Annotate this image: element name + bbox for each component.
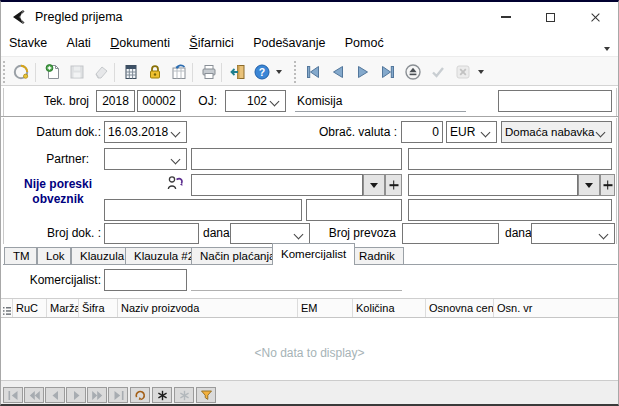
- confirm-button[interactable]: [426, 60, 449, 84]
- lookup1-dropdown-button[interactable]: [363, 174, 385, 196]
- broj-prevoza-field[interactable]: [402, 223, 499, 244]
- exit-button[interactable]: [226, 60, 249, 84]
- komercijalist-select[interactable]: [104, 269, 187, 291]
- toolbar-overflow-icon[interactable]: [276, 70, 282, 74]
- print-button[interactable]: [197, 60, 220, 84]
- partner-select[interactable]: [104, 148, 187, 170]
- erase-button[interactable]: [89, 60, 112, 84]
- menu-dokumenti[interactable]: Dokumenti: [102, 32, 178, 54]
- broj-dok-field[interactable]: [104, 223, 199, 244]
- cancel-button[interactable]: [451, 60, 474, 84]
- address2-field[interactable]: [306, 199, 402, 221]
- close-button[interactable]: [573, 2, 618, 32]
- recalculate-button[interactable]: [167, 60, 190, 84]
- address3-field[interactable]: [408, 199, 612, 221]
- grid-column-osnovna-cena[interactable]: Osnovna cena: [426, 299, 494, 317]
- tab-nacin-placanja[interactable]: Način plaćanja: [191, 247, 284, 265]
- refresh-button[interactable]: [9, 60, 32, 84]
- exit-icon: [229, 63, 247, 81]
- grid-column-em[interactable]: EM: [298, 299, 353, 317]
- nabavka-type-select[interactable]: Domaća nabavka: [501, 121, 612, 143]
- first-record-button[interactable]: [301, 60, 324, 84]
- lookup1-add-button[interactable]: [385, 174, 402, 196]
- menu-overflow-icon[interactable]: [604, 47, 610, 51]
- nav-filter-button[interactable]: [196, 387, 216, 403]
- nav-filter-icon: [200, 390, 213, 401]
- next-record-icon: [354, 63, 372, 81]
- menu-pomoc[interactable]: Pomoć: [337, 32, 392, 54]
- nav-refresh-button[interactable]: [130, 387, 150, 403]
- menu-alati[interactable]: Alati: [59, 32, 99, 54]
- dropdown-triangle-icon: [585, 183, 593, 188]
- toolbar-overflow-icon[interactable]: [478, 70, 484, 74]
- maximize-button[interactable]: [528, 2, 573, 32]
- calculator-button[interactable]: [119, 60, 142, 84]
- help-button[interactable]: ?: [250, 60, 273, 84]
- new-document-icon: [44, 63, 62, 81]
- grid-column-osn-vr[interactable]: Osn. vr: [494, 299, 619, 317]
- grid-body[interactable]: <No data to display>: [1, 318, 618, 380]
- lookup2-add-button[interactable]: [600, 174, 615, 196]
- nav-refresh-icon: [134, 390, 147, 401]
- valuta-amount-field[interactable]: 0: [401, 121, 443, 143]
- nav-prior-page-button[interactable]: [24, 387, 44, 403]
- partner-person-icon[interactable]: [166, 175, 185, 191]
- nav-prior-button[interactable]: [45, 387, 65, 403]
- toolbar-grip[interactable]: [3, 61, 8, 83]
- grid-column-ruc[interactable]: RuC: [13, 299, 47, 317]
- last-record-button[interactable]: [376, 60, 399, 84]
- menu-sifarnici[interactable]: Šifarnici: [181, 32, 241, 54]
- toolbar-separator: [114, 63, 115, 82]
- nav-first-button[interactable]: [3, 387, 23, 403]
- tab-tm[interactable]: TM: [4, 247, 37, 265]
- plus-icon: [601, 175, 614, 195]
- tab-lok[interactable]: Lok: [37, 247, 71, 265]
- komisija-field: Komisija: [295, 90, 466, 112]
- previous-record-button[interactable]: [326, 60, 349, 84]
- nav-next-button[interactable]: [66, 387, 86, 403]
- valuta-code-select[interactable]: EUR: [446, 121, 497, 143]
- nav-last-button[interactable]: [108, 387, 128, 403]
- grid-column-sifra[interactable]: Šifra: [79, 299, 118, 317]
- lookup2-dropdown-button[interactable]: [578, 174, 600, 196]
- next-record-button[interactable]: [351, 60, 374, 84]
- calculator-icon: [122, 63, 140, 81]
- minimize-button[interactable]: [483, 2, 528, 32]
- lookup2-field[interactable]: [408, 174, 578, 196]
- grid-column-naziv[interactable]: Naziv proizvoda: [118, 299, 298, 317]
- tab-radnik[interactable]: Radnik: [350, 247, 404, 265]
- nav-prior-page-icon: [28, 390, 41, 401]
- lock-button[interactable]: [143, 60, 166, 84]
- eject-button[interactable]: [401, 60, 424, 84]
- nav-next-page-button[interactable]: [87, 387, 107, 403]
- chevron-down-icon: [599, 230, 609, 240]
- menu-stavke[interactable]: Stavke: [1, 32, 55, 54]
- partner-name2-field[interactable]: [408, 148, 612, 170]
- app-icon: [11, 9, 27, 25]
- chevron-down-icon: [294, 230, 304, 240]
- grid-column-kolicina[interactable]: Količina: [353, 299, 426, 317]
- dana-select[interactable]: [230, 223, 310, 244]
- address1-field[interactable]: [104, 199, 302, 221]
- new-document-button[interactable]: [41, 60, 64, 84]
- oj-select[interactable]: 102: [225, 90, 286, 112]
- datum-dok-select[interactable]: 16.03.2018: [104, 121, 187, 143]
- nav-edit-button[interactable]: [174, 387, 194, 403]
- dana2-select[interactable]: [531, 223, 615, 244]
- poreski-note: Nije poreski obveznik: [13, 177, 103, 207]
- lookup1-field[interactable]: [191, 174, 363, 196]
- year-field[interactable]: 2018: [96, 90, 135, 112]
- partner-name-field[interactable]: [191, 148, 402, 170]
- nav-insert-button[interactable]: [152, 387, 172, 403]
- toolbar-grip[interactable]: [294, 61, 299, 83]
- obracun-valuta-label: Obrač. valuta :: [297, 121, 397, 143]
- menu-podesavanje[interactable]: Podešavanje: [245, 32, 333, 54]
- tab-komercijalist[interactable]: Komercijalist: [272, 243, 355, 265]
- nav-insert-icon: [156, 390, 169, 401]
- number-field[interactable]: 00002: [137, 90, 181, 112]
- grid-column-marza[interactable]: Marža: [47, 299, 79, 317]
- tab-klauzula[interactable]: Klauzula: [71, 247, 133, 265]
- header-extra-field[interactable]: [498, 90, 612, 112]
- save-button[interactable]: [65, 60, 88, 84]
- nav-next-page-icon: [91, 390, 104, 401]
